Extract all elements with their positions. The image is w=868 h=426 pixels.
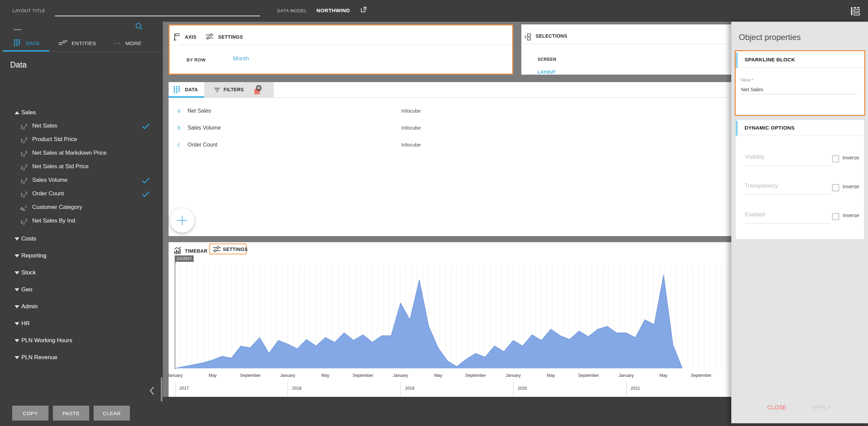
- close-button[interactable]: CLOSE: [767, 405, 787, 411]
- tab-axis-settings[interactable]: SETTINGS: [206, 32, 247, 42]
- sparkline-block-title: SPARKLINE BLOCK: [745, 57, 795, 62]
- tree-item[interactable]: 123Net Sales at Std Price: [0, 160, 159, 174]
- layout-title-input[interactable]: [55, 5, 260, 16]
- option-visibility-inverse-checkbox[interactable]: [832, 155, 839, 162]
- tab-timebar-label: TIMEBAR: [185, 248, 208, 254]
- apply-button[interactable]: APPLY: [812, 405, 830, 411]
- card-divider: [736, 135, 864, 135]
- inverse-label: Inverse: [843, 183, 859, 189]
- option-transparency-placeholder[interactable]: Transparency: [745, 183, 778, 189]
- expand-arrow-icon: [15, 339, 19, 342]
- tab-filters-label: FILTERS: [224, 87, 244, 92]
- tree-group-label: Geo: [21, 286, 32, 293]
- measure-label: Order Count: [188, 142, 217, 148]
- tree-group-sales[interactable]: Sales: [0, 107, 159, 119]
- top-bar: LAYOUT TITLE DATA MODEL NORTHWIND: [0, 0, 868, 22]
- month-tick-label: September: [240, 373, 261, 378]
- month-tick-label: September: [352, 373, 373, 378]
- tree-item[interactable]: 123Net Sales: [0, 119, 159, 133]
- plus-icon: [176, 214, 188, 227]
- tree-group-geo[interactable]: Geo: [0, 282, 159, 298]
- measure-row-b[interactable]: bSales VolumeInfocube: [169, 123, 731, 138]
- tree-group-stock[interactable]: Stock: [0, 265, 159, 282]
- timebar-chart-icon: [174, 247, 182, 254]
- data-panel: FILTERS ⚙ DATA: [169, 82, 731, 236]
- search-icon[interactable]: [135, 22, 143, 31]
- tree-item[interactable]: 123Product Std Price: [0, 133, 159, 147]
- sidebar-tab-more[interactable]: ... MORE: [114, 38, 151, 52]
- month-tick-label: September: [465, 373, 486, 378]
- selections-divider: [521, 44, 731, 44]
- year-separator: [626, 382, 626, 397]
- paste-button[interactable]: PASTE: [53, 406, 89, 421]
- sidebar-tabs-divider: [0, 52, 163, 52]
- measure-key: b: [177, 125, 180, 131]
- option-underline: [745, 194, 830, 195]
- clear-button[interactable]: CLEAR: [94, 406, 130, 421]
- month-tick-label: January: [280, 373, 295, 378]
- axis-icon: [174, 33, 180, 40]
- external-link-icon[interactable]: [360, 6, 367, 13]
- measure-source: Infocube: [401, 125, 421, 131]
- tree-item[interactable]: 123Net Sales at Markdown Price: [0, 147, 159, 160]
- value-field-label: Value *: [740, 78, 753, 82]
- gear-icon[interactable]: ⚙: [255, 83, 263, 93]
- month-tick-label: January: [393, 373, 408, 378]
- tree-item[interactable]: 123Net Sales By Ind: [0, 214, 159, 228]
- selections-item-screen[interactable]: SCREEN: [538, 57, 556, 62]
- option-visibility-placeholder[interactable]: Visibility: [745, 154, 765, 160]
- tree-item[interactable]: 123Order Count: [0, 187, 159, 201]
- data-tab[interactable]: DATA: [169, 82, 204, 98]
- tree-item[interactable]: 123Sales Volume: [0, 174, 159, 187]
- numeric-field-icon: 123: [20, 191, 27, 198]
- expand-arrow-icon: [15, 356, 19, 359]
- text-field-icon: abc: [20, 205, 27, 212]
- month-tick-label: May: [209, 373, 217, 378]
- selections-title: SELECTIONS: [536, 33, 567, 39]
- measure-source: Infocube: [401, 142, 421, 148]
- tree-group-hr[interactable]: HR: [0, 315, 159, 332]
- data-grid-icon: [174, 86, 181, 94]
- tab-timebar-settings[interactable]: SETTINGS: [209, 244, 247, 254]
- measure-row-c[interactable]: cOrder CountInfocube: [169, 140, 731, 155]
- sidebar-tab-data[interactable]: DATA: [14, 38, 51, 52]
- add-measure-button[interactable]: [170, 208, 194, 233]
- copy-button[interactable]: COPY: [12, 406, 49, 421]
- filters-tab-bg[interactable]: FILTERS ⚙: [204, 82, 274, 98]
- measure-label: Sales Volume: [188, 125, 221, 131]
- measure-row-a[interactable]: aNet SalesInfocube: [169, 106, 731, 121]
- tree-item-label: Net Sales: [32, 122, 57, 129]
- collapse-sidebar-chevron-icon[interactable]: [149, 385, 155, 396]
- timebar-area-chart[interactable]: [175, 265, 731, 368]
- option-enabled-inverse-checkbox[interactable]: [832, 213, 839, 220]
- selections-item-layout[interactable]: LAYOUT: [538, 70, 556, 75]
- tab-axis[interactable]: AXIS: [174, 32, 201, 42]
- dynamic-options-card: DYNAMIC OPTIONS VisibilityInverseTranspa…: [736, 120, 864, 239]
- sidebar-scrollbar-thumb[interactable]: [161, 377, 162, 402]
- by-row-value[interactable]: Month: [233, 55, 249, 62]
- tab-timebar[interactable]: TIMEBAR: [174, 246, 208, 256]
- year-label: 2018: [292, 386, 302, 391]
- tree-group-reporting[interactable]: Reporting: [0, 248, 159, 265]
- tree-group-label: Stock: [21, 269, 36, 276]
- numeric-field-icon: 123: [20, 218, 27, 225]
- tree-group-admin[interactable]: Admin: [0, 298, 159, 315]
- checked-icon: [142, 123, 150, 130]
- month-tick-label: May: [321, 373, 329, 378]
- tree-group-costs[interactable]: Costs: [0, 231, 159, 248]
- layout-view-icon[interactable]: [851, 7, 860, 16]
- sidebar-tab-entities[interactable]: ENTITIES: [59, 38, 103, 52]
- tree-group-pln-revenue[interactable]: PLN Revenue: [0, 349, 159, 366]
- option-enabled-placeholder[interactable]: Enabled: [745, 212, 765, 218]
- tree-group-pln-working-hours[interactable]: PLN Working Hours: [0, 332, 159, 349]
- sidebar-dash: [14, 29, 21, 30]
- tree-item-label: Net Sales at Std Price: [32, 163, 89, 170]
- month-tick-label: January: [619, 373, 634, 378]
- year-label: 2021: [631, 386, 640, 391]
- value-field-input[interactable]: [740, 84, 858, 94]
- layout-title-label: LAYOUT TITLE: [13, 8, 45, 13]
- tree-item[interactable]: abcCustomer Category: [0, 201, 159, 214]
- filter-icon: [214, 87, 220, 93]
- option-transparency-inverse-checkbox[interactable]: [832, 184, 839, 191]
- data-model-name: NORTHWIND: [316, 7, 350, 13]
